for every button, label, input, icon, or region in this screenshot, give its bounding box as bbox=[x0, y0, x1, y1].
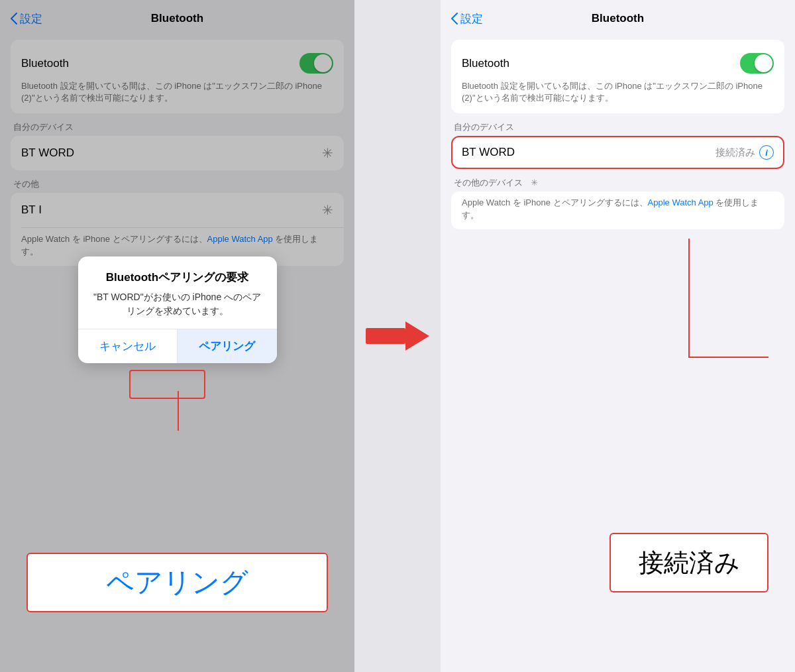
dialog-actions: キャンセル ペアリング bbox=[78, 329, 277, 363]
right-my-devices-card: BT WORD 接続済み i bbox=[451, 136, 784, 169]
big-connected-label-box: 接続済み bbox=[610, 533, 768, 592]
right-bluetooth-card: Bluetooth Bluetooth 設定を開いている間は、この iPhone… bbox=[451, 40, 784, 113]
right-bluetooth-label: Bluetooth bbox=[462, 57, 509, 70]
arrow-head bbox=[405, 321, 429, 351]
right-bt-word-label: BT WORD bbox=[462, 146, 515, 159]
connector-line-right-v bbox=[688, 239, 690, 358]
other-devices-header-right: その他のデバイス ✳ bbox=[451, 177, 784, 189]
dialog-message: "BT WORD"がお使いの iPhone へのペアリングを求めています。 bbox=[91, 290, 264, 318]
big-pairing-label-box: ペアリング bbox=[26, 553, 328, 612]
right-bluetooth-toggle[interactable] bbox=[740, 53, 774, 74]
right-bluetooth-desc: Bluetooth 設定を開いている間は、この iPhone は"エックスワン二… bbox=[462, 80, 774, 104]
left-phone-panel: 設定 Bluetooth Bluetooth Bluetooth 設定を開いてい… bbox=[0, 0, 354, 672]
right-other-devices-card: Apple Watch を iPhone とペアリングするには、Apple Wa… bbox=[451, 192, 784, 229]
dialog-body: Bluetoothペアリングの要求 "BT WORD"がお使いの iPhone … bbox=[78, 256, 277, 329]
apple-watch-desc-right: Apple Watch を iPhone とペアリングするには、Apple Wa… bbox=[451, 192, 784, 229]
right-back-button[interactable]: 設定 bbox=[451, 11, 483, 27]
right-bluetooth-toggle-row: Bluetooth bbox=[462, 49, 774, 78]
info-icon-letter: i bbox=[765, 148, 768, 158]
connected-label: 接続済み bbox=[716, 146, 755, 159]
right-toggle-thumb bbox=[755, 54, 772, 72]
dialog-cancel-button[interactable]: キャンセル bbox=[78, 329, 178, 363]
other-devices-spinner: ✳ bbox=[531, 178, 538, 188]
right-nav-bar: 設定 Bluetooth bbox=[441, 0, 795, 32]
big-pairing-label: ペアリング bbox=[106, 564, 248, 601]
connector-line-right-h bbox=[688, 357, 768, 358]
arrow-shaft bbox=[366, 328, 405, 344]
arrow-area bbox=[354, 0, 441, 672]
apple-watch-link-right[interactable]: Apple Watch App bbox=[648, 197, 714, 207]
connector-line-left bbox=[178, 391, 179, 431]
dialog-confirm-button[interactable]: ペアリング bbox=[177, 329, 277, 363]
apple-watch-text-right: Apple Watch を iPhone とペアリングするには、 bbox=[462, 197, 648, 207]
other-devices-label: その他のデバイス bbox=[454, 178, 523, 188]
right-back-label: 設定 bbox=[460, 11, 483, 27]
connected-status: 接続済み i bbox=[716, 145, 774, 160]
right-nav-title: Bluetooth bbox=[592, 12, 644, 25]
right-phone-panel: 設定 Bluetooth Bluetooth Bluetooth 設定を開いてい… bbox=[441, 0, 795, 672]
big-connected-label: 接続済み bbox=[639, 546, 740, 580]
bt-word-connected-row[interactable]: BT WORD 接続済み i bbox=[451, 136, 784, 169]
dialog-title: Bluetoothペアリングの要求 bbox=[91, 270, 264, 285]
info-icon[interactable]: i bbox=[759, 145, 774, 160]
my-devices-header-right: 自分のデバイス bbox=[451, 121, 784, 133]
pairing-dialog: Bluetoothペアリングの要求 "BT WORD"がお使いの iPhone … bbox=[78, 256, 277, 363]
